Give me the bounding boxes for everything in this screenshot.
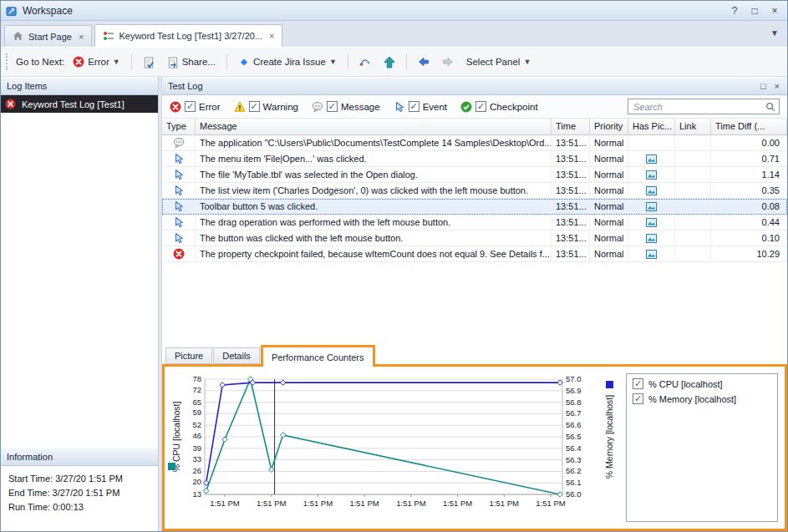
previous-result-button[interactable] <box>414 53 434 70</box>
legend-item[interactable]: ✓% Memory [localhost] <box>633 393 771 404</box>
message-cell: The drag operation was performed with th… <box>196 215 552 230</box>
chevron-down-icon: ▼ <box>329 58 337 66</box>
table-row[interactable]: The list view item ('Charles Dodgeson', … <box>162 183 787 199</box>
warning-icon <box>234 101 246 113</box>
filter-label: Event <box>423 102 447 112</box>
filter-checkbox[interactable]: ✓ <box>475 101 486 112</box>
tab-close-icon[interactable]: × <box>79 32 84 42</box>
toolbar-grip[interactable] <box>6 53 9 70</box>
table-row[interactable]: The file 'MyTable.tbl' was selected in t… <box>162 167 787 183</box>
create-jira-issue-button[interactable]: Create Jira Issue ▼ <box>234 53 341 70</box>
message-cell: The application "C:\Users\Public\Documen… <box>196 135 552 150</box>
column-header-link[interactable]: Link <box>675 119 711 134</box>
share-label: Share... <box>182 57 216 67</box>
tab-start-page[interactable]: Start Page × <box>4 25 92 47</box>
filter-label: Error <box>199 102 221 112</box>
table-row[interactable]: The button was clicked with the left mou… <box>162 231 787 246</box>
picture-icon[interactable] <box>628 215 675 230</box>
upload-results-button[interactable] <box>379 53 399 70</box>
go-to-next-error-button[interactable]: Error ▼ <box>69 53 124 70</box>
select-panel-button[interactable]: Select Panel ▼ <box>462 54 536 69</box>
svg-text:1:51 PM: 1:51 PM <box>490 499 519 508</box>
svg-text:% Memory [localhost]: % Memory [localhost] <box>604 395 614 479</box>
table-row[interactable]: The menu item 'File|Open...' was clicked… <box>162 151 787 167</box>
column-header-priority[interactable]: Priority <box>590 119 628 134</box>
tab-picture[interactable]: Picture <box>165 347 212 364</box>
help-button[interactable]: ? <box>727 5 742 17</box>
picture-icon[interactable] <box>628 231 675 246</box>
tab-close-icon[interactable]: × <box>269 31 274 41</box>
float-panel-icon[interactable]: □ <box>759 81 768 91</box>
picture-icon[interactable] <box>628 183 675 198</box>
legend-checkbox[interactable]: ✓ <box>633 378 643 389</box>
message-cell: The file 'MyTable.tbl' was selected in t… <box>196 167 552 182</box>
close-panel-icon[interactable]: × <box>773 81 781 91</box>
filter-checkbox[interactable]: ✓ <box>249 101 260 112</box>
toolbar-separator <box>131 53 132 70</box>
priority-cell: Normal <box>590 199 628 214</box>
svg-text:1:51 PM: 1:51 PM <box>536 499 565 508</box>
chevron-down-icon[interactable]: ▼ <box>770 28 782 43</box>
column-header-time-diff[interactable]: Time Diff (... <box>711 119 787 134</box>
log-items-title: Log Items <box>7 81 47 91</box>
time-diff-cell: 0.71 <box>711 151 787 166</box>
svg-text:56.0: 56.0 <box>566 489 582 499</box>
tab-keyword-test-log[interactable]: Keyword Test Log [Test1] 3/27/20... × <box>94 24 282 47</box>
filter-checkpoint[interactable]: ✓Checkpoint <box>460 101 538 113</box>
filter-event[interactable]: ✓Event <box>394 101 447 113</box>
share-button[interactable]: Share... <box>163 53 220 70</box>
svg-text:52: 52 <box>192 420 201 429</box>
table-row[interactable]: The drag operation was performed with th… <box>162 215 787 231</box>
time-cell: 13:51... <box>552 199 590 214</box>
filter-checkbox[interactable]: ✓ <box>327 101 338 112</box>
priority-cell: Normal <box>590 183 628 198</box>
tab-details[interactable]: Details <box>213 347 260 364</box>
perf-chart[interactable]: 132026333946525965727856.056.156.256.356… <box>166 369 624 524</box>
post-issue-icon <box>359 56 371 68</box>
close-button[interactable]: × <box>767 5 782 17</box>
picture-icon[interactable] <box>628 199 675 214</box>
svg-text:1:51 PM: 1:51 PM <box>210 499 239 508</box>
column-header-message[interactable]: Message <box>196 119 552 134</box>
svg-text:56.4: 56.4 <box>566 443 582 453</box>
picture-icon[interactable] <box>628 151 675 166</box>
svg-text:59: 59 <box>192 408 201 417</box>
svg-text:26: 26 <box>192 466 201 475</box>
table-row[interactable]: The property checkpoint failed, because … <box>162 246 787 262</box>
maximize-button[interactable]: □ <box>747 5 762 17</box>
time-diff-cell: 10.29 <box>711 246 787 261</box>
next-result-button[interactable] <box>438 53 458 70</box>
filter-checkbox[interactable]: ✓ <box>409 101 419 112</box>
legend-item[interactable]: ✓% CPU [localhost] <box>633 378 771 389</box>
link-cell <box>675 246 711 261</box>
share-document-icon <box>167 56 179 68</box>
filter-warning[interactable]: ✓Warning <box>234 101 298 113</box>
post-issue-button[interactable] <box>355 53 375 70</box>
table-row[interactable]: Toolbar button 5 was clicked.13:51...Nor… <box>162 199 787 215</box>
export-results-button[interactable] <box>139 53 159 70</box>
picture-icon[interactable] <box>628 167 675 182</box>
information-title: Information <box>7 452 53 462</box>
search-icon[interactable] <box>765 102 775 112</box>
column-header-has-pic[interactable]: Has Pic... <box>628 119 675 134</box>
tab-performance-counters[interactable]: Performance Counters <box>261 345 375 367</box>
search-input[interactable] <box>632 101 762 113</box>
table-row[interactable]: The application "C:\Users\Public\Documen… <box>162 135 787 151</box>
log-table-header: TypeMessageTimePriorityHas Pic...LinkTim… <box>162 119 787 135</box>
priority-cell: Normal <box>590 167 628 182</box>
export-document-icon <box>143 56 155 68</box>
column-header-type[interactable]: Type <box>162 119 196 134</box>
log-item-keyword-test-log[interactable]: Keyword Test Log [Test1] <box>1 95 158 113</box>
search-box[interactable] <box>628 99 780 114</box>
column-header-time[interactable]: Time <box>552 119 590 134</box>
filter-checkbox[interactable]: ✓ <box>185 101 196 112</box>
priority-cell: Normal <box>590 246 628 261</box>
filter-message[interactable]: ✓Message <box>312 101 380 113</box>
picture-icon[interactable] <box>628 246 675 261</box>
time-cell: 13:51... <box>552 167 590 182</box>
bottom-tabs: PictureDetailsPerformance Counters <box>162 344 787 364</box>
priority-cell: Normal <box>590 151 628 166</box>
test-log-header: Test Log □ × <box>162 77 787 95</box>
legend-checkbox[interactable]: ✓ <box>633 393 643 404</box>
filter-error[interactable]: ✓Error <box>170 101 221 113</box>
